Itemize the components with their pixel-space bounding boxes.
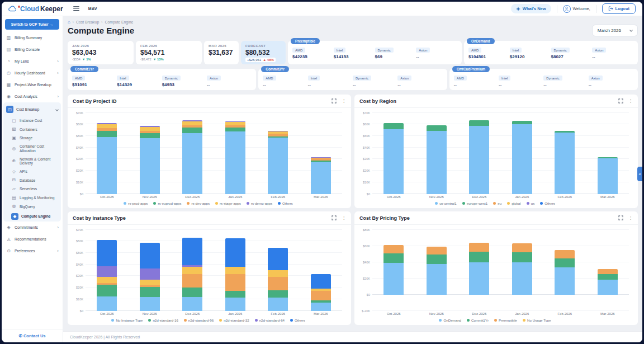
bar-segment-n2d-standard-96[interactable] [268,277,288,290]
bar-segment-n2d-standard-32[interactable] [268,270,288,277]
sidebar-subitem-storage[interactable]: ▣Storage [3,134,61,143]
bar-segment-no-instance-type[interactable] [268,298,288,311]
hamburger-menu-icon[interactable] [73,6,79,11]
sidebar-subitem-apis[interactable]: ◇APIs [3,167,61,176]
legend-item-rs-euprod-apps[interactable]: rs-euprod-apps [153,201,181,205]
sidebar-subitem-database[interactable]: ⊟Database [3,176,61,185]
bar-segment-rs-stage-apps[interactable] [97,124,117,128]
legend-item-others[interactable]: Others [540,201,555,205]
bar-segment-n2d-standard-96[interactable] [182,274,202,288]
bar-segment-preemptible[interactable] [555,250,575,258]
legend-item-rs-prod-apps[interactable]: rs-prod-apps [124,201,148,205]
bar-segment-us-central1[interactable] [598,158,618,194]
bar-segment-ondemand[interactable] [555,267,575,295]
legend-item-global[interactable]: global [507,201,521,205]
sidebar-item-billing-console[interactable]: ▤Billing Console [2,44,63,55]
sidebar-item-preferences[interactable]: ⊙Preferences› [2,245,63,257]
bar-segment-n2d-standard-32[interactable] [182,267,202,274]
bar-segment-no-instance-type[interactable] [225,298,245,311]
bar-segment-rs-demo-apps[interactable] [268,131,288,131]
bar-segment-ondemand[interactable] [427,264,447,294]
legend-item-ondemand[interactable]: OnDemand [439,318,461,322]
user-menu[interactable]: Welcome, [563,5,590,13]
legend-item-no-instance-type[interactable]: No Instance Type [111,318,143,322]
bar-segment-preemptible[interactable] [383,245,404,253]
bar-segment-rs-dev-apps[interactable] [140,131,160,133]
bar-segment-n2d-standard-16[interactable] [140,287,160,297]
bar-segment-n2d-standard-16[interactable] [268,290,288,297]
bar-segment-rs-prod-apps[interactable] [182,133,202,194]
legend-item-preemptible[interactable]: Preemptible [494,318,517,322]
bar-segment-europe-west1[interactable] [383,123,404,129]
legend-item-n2d-standard-64[interactable]: n2d-standard-64 [255,318,285,322]
kebab-menu-icon[interactable]: ⋮ [628,98,633,103]
sidebar-item-recommendations[interactable]: ◬Recommendations [2,233,63,245]
legend-item-rs-demo-apps[interactable]: rs-demo-apps [247,201,272,205]
sidebar-item-my-lens[interactable]: ◔My Lens› [2,55,63,67]
bar-segment-preemptible[interactable] [598,269,618,274]
bar-segment-rs-dev-apps[interactable] [225,125,245,128]
sidebar-subitem-network-content-delivery[interactable]: ⊕Network & Content Delivery [3,155,61,167]
legend-item-us[interactable]: us [527,201,535,205]
sidebar-subitem-containers[interactable]: ▧Containers [3,125,61,134]
bar-segment-n2d-standard-64[interactable] [97,266,117,277]
expand-icon[interactable] [332,98,337,103]
sidebar-item-commitments[interactable]: ◈Commitments› [2,222,63,233]
bar-segment-us-central1[interactable] [427,131,447,194]
bar-segment-rs-prod-apps[interactable] [311,162,331,194]
bar-segment-others[interactable] [97,240,117,266]
bar-segment-commit1yr[interactable] [555,258,575,267]
sidebar-item-project-wise-breakup[interactable]: ▦Project-Wise Breakup [2,79,63,91]
legend-item-n2d-standard-16[interactable]: n2d-standard-16 [148,318,178,322]
bar-segment-n2d-standard-96[interactable] [97,283,117,285]
switch-to-gcp-tuner-button[interactable]: Switch to GCP Tuner → [5,19,59,30]
logout-button[interactable]: Logout [602,3,636,14]
bar-segment-others[interactable] [311,274,331,289]
bar-segment-n2d-standard-96[interactable] [311,291,331,300]
bar-segment-n2d-standard-16[interactable] [97,285,117,296]
bar-segment-rs-euprod-apps[interactable] [97,131,117,137]
expand-icon[interactable] [332,215,337,220]
bar-segment-ondemand[interactable] [383,263,404,295]
bar-segment-no-instance-type[interactable] [311,303,331,311]
bar-segment-rs-stage-apps[interactable] [182,121,202,125]
bar-segment-rs-demo-apps[interactable] [97,123,117,124]
bar-segment-rs-euprod-apps[interactable] [140,133,160,138]
bar-segment-europe-west1[interactable] [555,131,575,133]
bar-segment-commit1yr[interactable] [427,255,447,264]
bar-segment-others[interactable] [268,248,288,270]
bar-segment-n2d-standard-32[interactable] [311,289,331,291]
bar-segment-europe-west1[interactable] [469,120,489,126]
bar-segment-us-central1[interactable] [383,129,404,194]
bar-segment-rs-dev-apps[interactable] [311,158,331,161]
sidebar-item-billing-summary[interactable]: ▥Billing Summary [2,32,63,44]
home-icon[interactable]: ⌂ [68,20,70,25]
bar-segment-rs-stage-apps[interactable] [225,122,245,126]
expand-icon[interactable] [618,98,623,103]
bar-segment-n2d-standard-16[interactable] [225,291,245,297]
bar-segment-rs-demo-apps[interactable] [182,120,202,121]
legend-item-n2d-standard-32[interactable]: n2d-standard-32 [219,318,249,322]
bar-segment-europe-west1[interactable] [512,121,532,124]
bar-segment-rs-prod-apps[interactable] [97,137,117,194]
legend-item-eu[interactable]: eu [493,201,501,205]
collapse-panel-tab[interactable]: « [637,167,642,181]
bar-segment-no-instance-type[interactable] [97,296,117,311]
bar-segment-rs-prod-apps[interactable] [140,138,160,194]
bar-segment-rs-prod-apps[interactable] [225,131,245,194]
bar-segment-n2d-standard-32[interactable] [97,277,117,282]
bar-segment-rs-euprod-apps[interactable] [268,136,288,138]
bar-segment-ondemand[interactable] [598,280,618,294]
bar-segment-n2d-standard-64[interactable] [182,265,202,267]
kebab-menu-icon[interactable]: ⋮ [342,215,346,220]
bar-segment-rs-stage-apps[interactable] [140,127,160,131]
bar-segment-rs-dev-apps[interactable] [268,134,288,136]
kebab-menu-icon[interactable]: ⋮ [628,215,633,220]
kebab-menu-icon[interactable]: ⋮ [342,98,346,103]
sidebar-subitem-bigquery[interactable]: ◍BigQuery [3,202,61,211]
legend-item-commit1yr[interactable]: Commit1Yr [467,318,489,322]
bar-segment-us-central1[interactable] [512,124,532,194]
bar-segment-rs-euprod-apps[interactable] [182,128,202,133]
bar-segment-no-instance-type[interactable] [182,297,202,311]
sidebar-item-cost-breakup[interactable]: ◫Cost Breakup [3,102,61,116]
